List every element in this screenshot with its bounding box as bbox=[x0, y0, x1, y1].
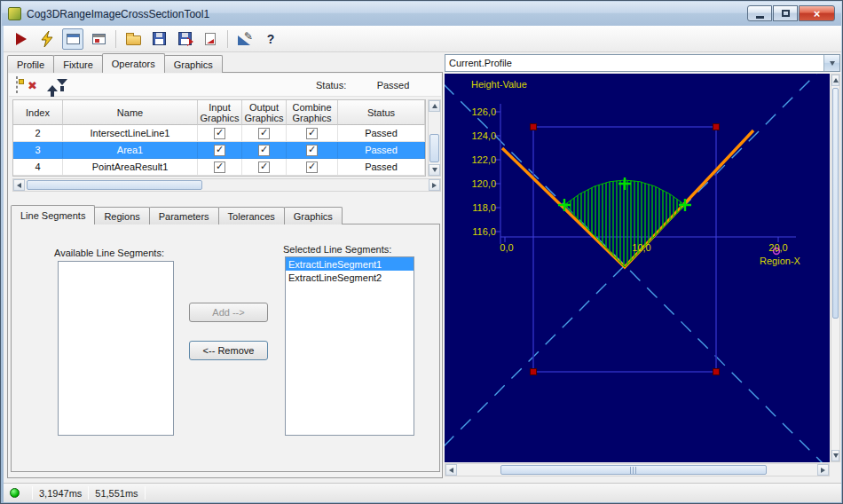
scroll-right-icon bbox=[432, 183, 437, 188]
cell-name[interactable]: IntersectLineLine1 bbox=[63, 125, 198, 142]
column-header-input-graphics[interactable]: Input Graphics bbox=[198, 100, 242, 125]
cell-combine-graphics[interactable] bbox=[287, 142, 338, 159]
remove-button[interactable]: <-- Remove bbox=[189, 341, 268, 360]
cell-index[interactable]: 2 bbox=[13, 125, 63, 142]
combine-graphics-checkbox[interactable] bbox=[306, 145, 318, 156]
column-header-index[interactable]: Index bbox=[13, 100, 63, 125]
cell-name[interactable]: PointAreaResult1 bbox=[63, 159, 198, 176]
list-item[interactable]: ExtractLineSegment1 bbox=[286, 257, 414, 271]
scroll-up-button[interactable] bbox=[429, 100, 440, 112]
profile-graph-display[interactable]: Height-Value 126,0 124,0 122,0 120,0 118… bbox=[445, 74, 830, 462]
cell-input-graphics[interactable] bbox=[198, 159, 242, 176]
edit-tool-button[interactable]: ✎ bbox=[234, 28, 256, 50]
tool-display-toggle-button[interactable] bbox=[62, 28, 83, 50]
column-header-output-graphics[interactable]: Output Graphics bbox=[242, 100, 287, 125]
cell-combine-graphics[interactable] bbox=[287, 125, 338, 142]
help-icon: ? bbox=[267, 32, 275, 46]
column-header-status[interactable]: Status bbox=[338, 100, 425, 125]
tab-parameters[interactable]: Parameters bbox=[149, 207, 219, 224]
tab-operators[interactable]: Operators bbox=[102, 53, 165, 73]
tab-tolerances[interactable]: Tolerances bbox=[218, 207, 285, 224]
status-value: Passed bbox=[366, 80, 421, 91]
open-button[interactable] bbox=[122, 28, 144, 50]
available-line-segments-list[interactable] bbox=[58, 261, 174, 436]
output-graphics-checkbox[interactable] bbox=[258, 161, 270, 173]
input-graphics-checkbox[interactable] bbox=[214, 145, 225, 156]
add-button[interactable]: Add --> bbox=[189, 303, 268, 322]
scroll-up-button[interactable] bbox=[831, 75, 839, 86]
main-tab-strip: Profile Fixture Operators Graphics bbox=[7, 53, 222, 73]
cell-status[interactable]: Passed bbox=[338, 159, 425, 176]
run-loop-button[interactable] bbox=[36, 28, 58, 50]
input-graphics-checkbox[interactable] bbox=[214, 161, 225, 173]
cell-status[interactable]: Passed bbox=[338, 142, 425, 159]
combo-dropdown-button[interactable] bbox=[823, 55, 839, 71]
tab-fixture[interactable]: Fixture bbox=[53, 55, 103, 73]
scroll-down-icon bbox=[833, 453, 839, 458]
scroll-down-button[interactable] bbox=[831, 450, 839, 461]
operators-page: ✖ Status: Passed Index Name Input Graphi… bbox=[7, 72, 443, 478]
cell-combine-graphics[interactable] bbox=[287, 159, 338, 176]
app-icon bbox=[8, 7, 21, 20]
maximize-button[interactable] bbox=[773, 5, 798, 21]
vertical-scroll-thumb[interactable] bbox=[832, 88, 839, 319]
cell-output-graphics[interactable] bbox=[242, 159, 287, 176]
combine-graphics-checkbox[interactable] bbox=[306, 128, 318, 139]
scroll-up-icon bbox=[833, 78, 839, 83]
cell-index[interactable]: 4 bbox=[13, 159, 63, 176]
run-button[interactable] bbox=[11, 28, 32, 50]
status-bar: 3,1947ms 51,551ms bbox=[4, 483, 841, 502]
vertical-scroll-thumb[interactable] bbox=[429, 134, 439, 162]
cell-output-graphics[interactable] bbox=[242, 125, 287, 142]
import-button[interactable] bbox=[200, 28, 221, 50]
cell-input-graphics[interactable] bbox=[198, 125, 242, 142]
column-header-name[interactable]: Name bbox=[63, 100, 198, 125]
close-button[interactable]: × bbox=[799, 5, 835, 21]
save-button[interactable] bbox=[148, 28, 169, 50]
scroll-down-icon bbox=[432, 168, 437, 172]
help-button[interactable]: ? bbox=[260, 28, 281, 50]
statusbar-separator bbox=[32, 486, 33, 500]
scroll-left-icon bbox=[449, 468, 453, 473]
save-results-button[interactable] bbox=[174, 28, 195, 50]
table-horizontal-scrollbar[interactable] bbox=[12, 178, 441, 192]
cell-input-graphics[interactable] bbox=[198, 142, 242, 159]
tab-graphics-sub[interactable]: Graphics bbox=[284, 207, 343, 224]
list-item[interactable]: ExtractLineSegment2 bbox=[286, 271, 414, 284]
titlebar[interactable]: Cog3DRangeImageCrossSectionTool1 × bbox=[2, 2, 841, 26]
column-header-combine-graphics[interactable]: Combine Graphics bbox=[287, 100, 338, 125]
record-selector-combo[interactable]: Current.Profile bbox=[445, 54, 840, 72]
minimize-button[interactable] bbox=[747, 5, 772, 21]
scroll-left-icon bbox=[17, 183, 21, 188]
cell-name[interactable]: Area1 bbox=[63, 142, 198, 159]
scroll-right-button[interactable] bbox=[817, 464, 829, 476]
tab-graphics[interactable]: Graphics bbox=[164, 55, 223, 73]
combine-graphics-checkbox[interactable] bbox=[306, 161, 318, 173]
cell-status[interactable]: Passed bbox=[338, 125, 425, 142]
graph-horizontal-scrollbar[interactable] bbox=[445, 463, 830, 476]
edit-tool-icon: ✎ bbox=[238, 33, 252, 45]
tab-regions[interactable]: Regions bbox=[94, 207, 149, 224]
scroll-down-button[interactable] bbox=[429, 164, 440, 176]
scroll-right-button[interactable] bbox=[429, 179, 440, 191]
input-graphics-checkbox[interactable] bbox=[214, 128, 225, 139]
cell-index[interactable]: 3 bbox=[13, 142, 63, 159]
result-display-button[interactable] bbox=[88, 28, 109, 50]
horizontal-scroll-thumb[interactable] bbox=[500, 465, 767, 475]
scroll-left-button[interactable] bbox=[13, 179, 25, 191]
horizontal-scroll-thumb[interactable] bbox=[27, 180, 202, 190]
scroll-left-button[interactable] bbox=[445, 464, 457, 476]
new-operator-button[interactable] bbox=[16, 77, 18, 93]
graph-vertical-scrollbar[interactable] bbox=[831, 74, 840, 462]
tab-profile[interactable]: Profile bbox=[7, 55, 54, 73]
delete-operator-button[interactable]: ✖ bbox=[28, 77, 37, 93]
x-tick-label: 0,0 bbox=[500, 242, 513, 253]
x-tick-label: 10,0 bbox=[632, 242, 650, 253]
output-graphics-checkbox[interactable] bbox=[258, 128, 270, 139]
y-tick-label: 126,0 bbox=[471, 106, 496, 117]
cell-output-graphics[interactable] bbox=[242, 142, 287, 159]
output-graphics-checkbox[interactable] bbox=[258, 145, 270, 156]
selected-line-segments-list[interactable]: ExtractLineSegment1 ExtractLineSegment2 bbox=[285, 256, 414, 436]
table-vertical-scrollbar[interactable] bbox=[428, 99, 441, 177]
tab-line-segments[interactable]: Line Segments bbox=[11, 205, 95, 224]
